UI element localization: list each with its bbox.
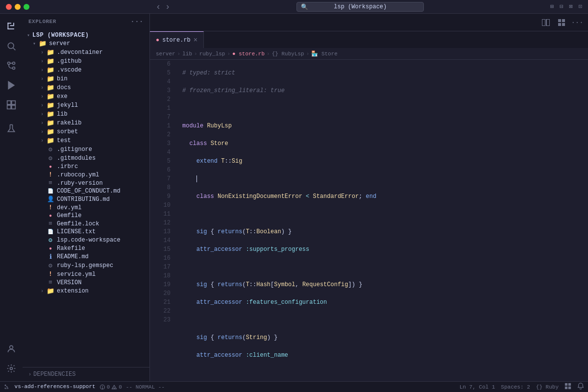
gemfile-label: Gemfile <box>57 212 81 219</box>
sidebar-item-vscode[interactable]: › 📁 .vscode <box>23 66 149 74</box>
dev-yml-label: dev.yml <box>57 204 81 211</box>
breadcrumb-ruby-lsp[interactable]: ruby_lsp <box>199 51 225 57</box>
status-git-branch[interactable]: vs-add-references-support <box>4 384 96 390</box>
split-editor-button[interactable] <box>539 16 553 29</box>
extensions-activity-icon[interactable] <box>2 96 20 114</box>
folder-icon: 📁 <box>38 40 47 48</box>
status-bell-icon[interactable] <box>577 383 584 391</box>
sidebar-item-ruby-version[interactable]: › ≡ .ruby-version <box>23 179 149 187</box>
breadcrumb-server[interactable]: server <box>156 51 175 57</box>
breadcrumb-ruby-lsp-module[interactable]: {} RubyLsp <box>272 51 304 57</box>
sidebar-item-lsp-workspace[interactable]: › ⚙ lsp.code-workspace <box>23 236 149 245</box>
minimize-button[interactable] <box>15 4 21 10</box>
tabs-bar: ● store.rb × <box>150 31 588 48</box>
svg-rect-12 <box>12 101 16 105</box>
account-activity-icon[interactable] <box>2 340 20 358</box>
breadcrumb-sep-1: › <box>177 51 181 57</box>
sidebar-header: EXPLORER ··· <box>23 14 149 29</box>
sidebar-item-rubocop[interactable]: › ! .rubocop.yml <box>23 171 149 179</box>
code-line: attr_accessor :features_configuration <box>182 298 580 307</box>
settings-activity-icon[interactable] <box>2 360 20 377</box>
sidebar-item-exe[interactable]: › 📁 exe <box>23 92 149 101</box>
breadcrumb-lib[interactable]: lib <box>182 51 192 57</box>
status-layout-icon[interactable] <box>564 383 571 391</box>
rakefile-label: Rakefile <box>57 245 85 252</box>
code-line: class Store <box>182 139 580 148</box>
layout-icon-2[interactable]: ⊟ <box>560 3 563 10</box>
sidebar-item-sorbet[interactable]: › 📁 sorbet <box>23 127 149 136</box>
sidebar-item-version[interactable]: › ≡ VERSION <box>23 278 149 287</box>
errors-count: 0 <box>107 384 110 390</box>
sidebar-item-jekyll[interactable]: › 📁 jekyll <box>23 101 149 110</box>
sidebar-item-gemfile-lock[interactable]: › ≡ Gemfile.lock <box>23 220 149 228</box>
sidebar-item-rakelib[interactable]: › 📁 rakelib <box>23 119 149 127</box>
maximize-button[interactable] <box>24 4 29 10</box>
flask-activity-icon[interactable] <box>2 120 20 137</box>
sidebar-item-lib[interactable]: › 📁 lib <box>23 110 149 119</box>
sidebar-item-contributing[interactable]: › 👤 CONTRIBUTING.md <box>23 195 149 203</box>
status-cursor[interactable]: Ln 7, Col 1 <box>460 384 495 390</box>
code-line: # typed: strict <box>182 69 580 77</box>
svg-marker-10 <box>8 82 14 89</box>
sidebar-item-readme[interactable]: › ℹ README.md <box>23 252 149 261</box>
sidebar-item-github[interactable]: › 📁 .github <box>23 57 149 66</box>
sidebar-more-icon[interactable]: ··· <box>130 18 144 25</box>
sidebar-item-gitmodules[interactable]: › ⚙ .gitmodules <box>23 154 149 163</box>
sidebar-item-license[interactable]: › 📄 LICENSE.txt <box>23 228 149 236</box>
sidebar-item-gemfile[interactable]: › ● Gemfile <box>23 212 149 220</box>
sidebar-item-irbrc[interactable]: › ● .irbrc <box>23 163 149 171</box>
sidebar-item-rakefile[interactable]: › ● Rakefile <box>23 245 149 252</box>
workspace-root[interactable]: ▾ LSP (WORKSPACE) <box>23 31 149 39</box>
svg-rect-16 <box>558 19 561 22</box>
code-content[interactable]: # typed: strict # frozen_string_literal:… <box>174 60 588 381</box>
layout-icon-4[interactable]: ⊡ <box>579 3 582 10</box>
code-line <box>182 316 580 324</box>
sidebar-item-dev-yml[interactable]: › ! dev.yml <box>23 203 149 212</box>
activity-bar <box>0 14 23 381</box>
status-mode: -- NORMAL -- <box>126 384 165 390</box>
close-button[interactable] <box>6 4 12 10</box>
status-right: Ln 7, Col 1 Spaces: 2 {} Ruby <box>460 383 584 391</box>
sidebar-item-bin[interactable]: › 📁 bin <box>23 74 149 83</box>
svg-rect-17 <box>562 19 565 22</box>
server-label: server <box>49 40 70 47</box>
sidebar-item-code-of-conduct[interactable]: › 📄 CODE_OF_CONDUCT.md <box>23 187 149 195</box>
sidebar-item-extension[interactable]: › 📁 extension <box>23 287 149 295</box>
sidebar-item-server[interactable]: ▾ 📁 server <box>23 39 149 48</box>
search-activity-icon[interactable] <box>2 37 20 55</box>
folder-lib-icon: 📁 <box>46 110 55 118</box>
tab-store-rb[interactable]: ● store.rb × <box>150 31 204 48</box>
source-control-activity-icon[interactable] <box>2 57 20 74</box>
explorer-activity-icon[interactable] <box>2 18 20 35</box>
folder-test-icon: 📁 <box>46 137 55 145</box>
sidebar-item-service-yml[interactable]: › ! service.yml <box>23 270 149 278</box>
nav-back-icon[interactable]: ‹ <box>156 2 161 12</box>
sidebar-item-dependencies[interactable]: › DEPENDENCIES <box>23 369 149 379</box>
status-spaces[interactable]: Spaces: 2 <box>501 384 530 390</box>
dependencies-chevron: › <box>28 372 31 377</box>
sidebar-item-docs[interactable]: › 📁 docs <box>23 83 149 92</box>
sidebar-item-test[interactable]: › 📁 test <box>23 136 149 145</box>
gitignore-label: .gitignore <box>57 146 92 153</box>
run-activity-icon[interactable] <box>2 76 20 94</box>
svg-point-22 <box>102 388 102 388</box>
sidebar-item-gitignore[interactable]: › ⚙ .gitignore <box>23 145 149 154</box>
nav-forward-icon[interactable]: › <box>165 2 171 12</box>
breadcrumb-store-rb[interactable]: ● store.rb <box>232 51 265 57</box>
sidebar-item-gemspec[interactable]: › ⚙ ruby-lsp.gemspec <box>23 261 149 270</box>
breadcrumb-store-class[interactable]: 🏪 Store <box>311 50 338 57</box>
layout-icon-1[interactable]: ⊞ <box>550 3 554 10</box>
test-label: test <box>57 137 71 144</box>
status-errors[interactable]: 0 0 <box>99 384 122 390</box>
sidebar-item-devcontainer[interactable]: › 📁 .devcontainer <box>23 48 149 57</box>
status-encoding[interactable]: {} Ruby <box>536 384 559 390</box>
search-bar[interactable]: 🔍 lsp (Workspace) <box>296 2 424 12</box>
github-label: .github <box>57 58 81 65</box>
tab-close-button[interactable]: × <box>194 36 197 44</box>
layout-icon-3[interactable]: ⊠ <box>569 3 573 10</box>
layout-button[interactable] <box>555 16 568 29</box>
svg-rect-19 <box>562 23 565 26</box>
contributing-label: CONTRIBUTING.md <box>57 196 110 203</box>
more-actions-button[interactable]: ··· <box>570 16 584 29</box>
gemspec-label: ruby-lsp.gemspec <box>57 262 113 269</box>
